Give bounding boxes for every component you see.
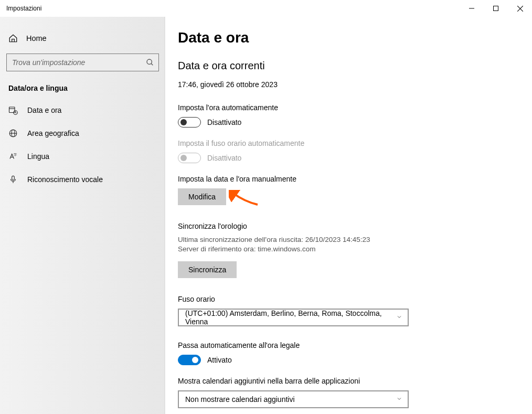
home-icon xyxy=(8,34,18,43)
close-button[interactable] xyxy=(508,0,532,17)
sync-server: Server di riferimento ora: time.windows.… xyxy=(178,245,532,253)
auto-time-label: Imposta l'ora automaticamente xyxy=(178,103,532,112)
current-datetime-value: 17:46, giovedì 26 ottobre 2023 xyxy=(178,80,532,89)
svg-point-4 xyxy=(147,59,152,64)
sync-last-success: Ultima sincronizzazione dell'ora riuscit… xyxy=(178,236,532,243)
window-title: Impostazioni xyxy=(6,5,41,12)
sidebar-item-language[interactable]: 字 Lingua xyxy=(0,145,165,168)
search-input[interactable] xyxy=(12,58,146,67)
calendar-clock-icon xyxy=(8,105,18,115)
current-datetime-heading: Data e ora correnti xyxy=(178,60,532,72)
sidebar-item-date-time[interactable]: Data e ora xyxy=(0,99,165,122)
timezone-select[interactable]: (UTC+01:00) Amsterdam, Berlino, Berna, R… xyxy=(178,309,409,326)
sidebar-section-title: Data/ora e lingua xyxy=(0,80,165,99)
sync-clock-heading: Sincronizza l'orologio xyxy=(178,222,532,230)
sidebar: Home Data/ora e lingua Data e ora Area g… xyxy=(0,17,165,414)
chevron-down-icon xyxy=(396,395,402,404)
auto-timezone-toggle xyxy=(178,153,201,163)
additional-calendars-label: Mostra calendari aggiuntivi nella barra … xyxy=(178,377,532,385)
microphone-icon xyxy=(8,175,18,184)
maximize-button[interactable] xyxy=(484,0,508,17)
sidebar-home[interactable]: Home xyxy=(0,28,165,48)
search-icon xyxy=(146,58,154,67)
sidebar-item-label: Riconoscimento vocale xyxy=(27,175,103,184)
dst-label: Passa automaticamente all'ora legale xyxy=(178,341,532,349)
sidebar-item-label: Lingua xyxy=(27,152,49,161)
sidebar-item-label: Data e ora xyxy=(27,106,61,114)
sidebar-home-label: Home xyxy=(26,34,47,43)
auto-timezone-label: Imposta il fuso orario automaticamente xyxy=(178,139,532,147)
svg-line-5 xyxy=(151,63,153,65)
auto-time-toggle[interactable] xyxy=(178,117,201,128)
titlebar: Impostazioni xyxy=(0,0,532,17)
sidebar-item-speech[interactable]: Riconoscimento vocale xyxy=(0,168,165,191)
minimize-button[interactable] xyxy=(460,0,484,17)
timezone-value: (UTC+01:00) Amsterdam, Berlino, Berna, R… xyxy=(185,309,396,326)
svg-text:字: 字 xyxy=(14,153,17,156)
window-controls xyxy=(460,0,532,17)
svg-line-10 xyxy=(16,113,17,113)
auto-time-state: Disattivato xyxy=(207,118,241,126)
auto-timezone-state: Disattivato xyxy=(207,154,241,162)
page-title: Data e ora xyxy=(178,29,532,46)
language-icon: 字 xyxy=(8,152,18,161)
modify-button[interactable]: Modifica xyxy=(178,188,226,205)
search-box[interactable] xyxy=(6,54,159,71)
main-content: Data e ora Data e ora correnti 17:46, gi… xyxy=(165,17,532,414)
additional-calendars-select[interactable]: Non mostrare calendari aggiuntivi xyxy=(178,390,409,408)
timezone-heading: Fuso orario xyxy=(178,295,532,303)
svg-rect-1 xyxy=(494,6,498,11)
dst-toggle[interactable] xyxy=(178,355,201,365)
sync-button[interactable]: Sincronizza xyxy=(178,261,237,278)
additional-calendars-value: Non mostrare calendari aggiuntivi xyxy=(185,395,295,404)
sidebar-item-label: Area geografica xyxy=(27,129,79,137)
globe-icon xyxy=(8,129,18,138)
manual-datetime-label: Imposta la data e l'ora manualmente xyxy=(178,175,532,183)
sidebar-item-region[interactable]: Area geografica xyxy=(0,122,165,145)
dst-state: Attivato xyxy=(207,356,232,364)
svg-rect-16 xyxy=(12,176,15,180)
chevron-down-icon xyxy=(396,313,402,322)
